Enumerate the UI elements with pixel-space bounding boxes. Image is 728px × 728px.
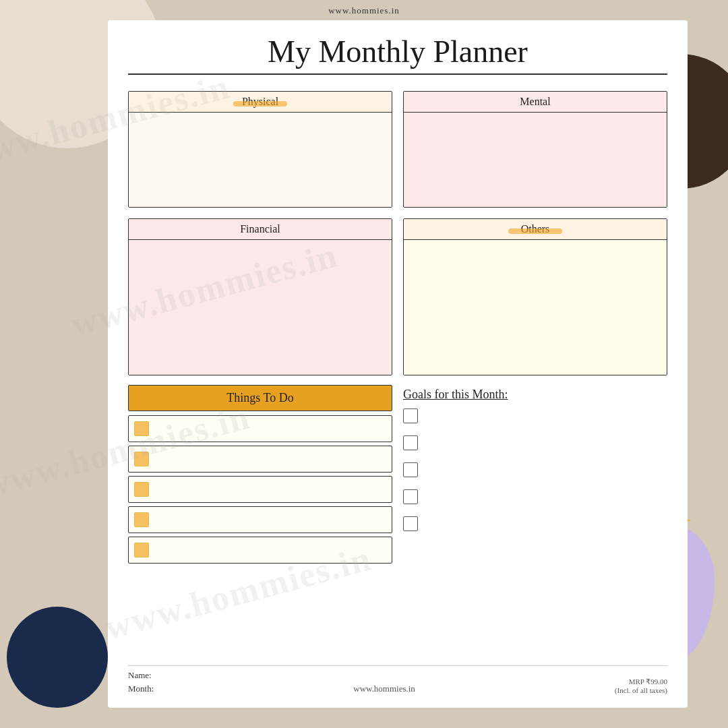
goal-item-4[interactable]: [403, 489, 667, 504]
todo-item-3[interactable]: [128, 476, 392, 503]
section-body-physical[interactable]: [129, 113, 392, 207]
goal-item-5[interactable]: [403, 516, 667, 531]
section-body-others[interactable]: [404, 240, 667, 375]
brush-stroke-others: [508, 229, 562, 234]
section-header-physical: Physical: [129, 92, 392, 113]
section-physical: Physical: [128, 91, 392, 208]
todo-header: Things To Do: [128, 385, 392, 411]
todo-item-4[interactable]: [128, 506, 392, 533]
footer-url: www.hommies.in: [353, 684, 415, 694]
month-field-label: Month:: [128, 684, 154, 694]
brush-stroke-physical: [233, 101, 287, 107]
section-label-mental: Mental: [520, 96, 550, 107]
footer-fields: Name: Month:: [128, 670, 154, 694]
goals-title: Goals for this Month:: [403, 388, 667, 402]
name-field-label: Name:: [128, 670, 154, 681]
planner-card: My Monthly Planner Physical Mental Finan…: [108, 20, 688, 708]
top-url: www.hommies.in: [328, 5, 400, 16]
todo-section: Things To Do: [128, 385, 392, 660]
section-header-financial: Financial: [129, 219, 392, 240]
todo-checkbox-2[interactable]: [134, 452, 149, 466]
goal-item-1[interactable]: [403, 408, 667, 423]
planner-footer: Name: Month: www.hommies.in MRP ₹99.00 (…: [128, 665, 667, 694]
todo-checkbox-5[interactable]: [134, 543, 149, 557]
sections-grid: Physical Mental Financial Others: [128, 91, 667, 375]
todo-checkbox-4[interactable]: [134, 512, 149, 527]
section-body-financial[interactable]: [129, 240, 392, 375]
todo-checkbox-3[interactable]: [134, 482, 149, 497]
goal-checkbox-4[interactable]: [403, 489, 418, 504]
planner-title: My Monthly Planner: [128, 34, 667, 75]
section-mental: Mental: [403, 91, 667, 208]
goal-checkbox-3[interactable]: [403, 462, 418, 477]
todo-item-1[interactable]: [128, 415, 392, 442]
section-financial: Financial: [128, 218, 392, 375]
goal-item-2[interactable]: [403, 435, 667, 450]
section-others: Others: [403, 218, 667, 375]
section-header-others: Others: [404, 219, 667, 240]
bottom-area: Things To Do Goals for this Month:: [128, 385, 667, 660]
todo-checkbox-1[interactable]: [134, 421, 149, 436]
section-label-financial: Financial: [240, 223, 280, 235]
section-body-mental[interactable]: [404, 113, 667, 207]
bg-shape-navy: [7, 607, 108, 708]
footer-price: MRP ₹99.00 (Incl. of all taxes): [615, 677, 667, 694]
goals-section: Goals for this Month:: [403, 385, 667, 660]
goal-checkbox-1[interactable]: [403, 408, 418, 423]
section-header-mental: Mental: [404, 92, 667, 113]
todo-item-5[interactable]: [128, 537, 392, 564]
goal-checkbox-2[interactable]: [403, 435, 418, 450]
todo-item-2[interactable]: [128, 446, 392, 473]
goal-checkbox-5[interactable]: [403, 516, 418, 531]
goal-item-3[interactable]: [403, 462, 667, 477]
